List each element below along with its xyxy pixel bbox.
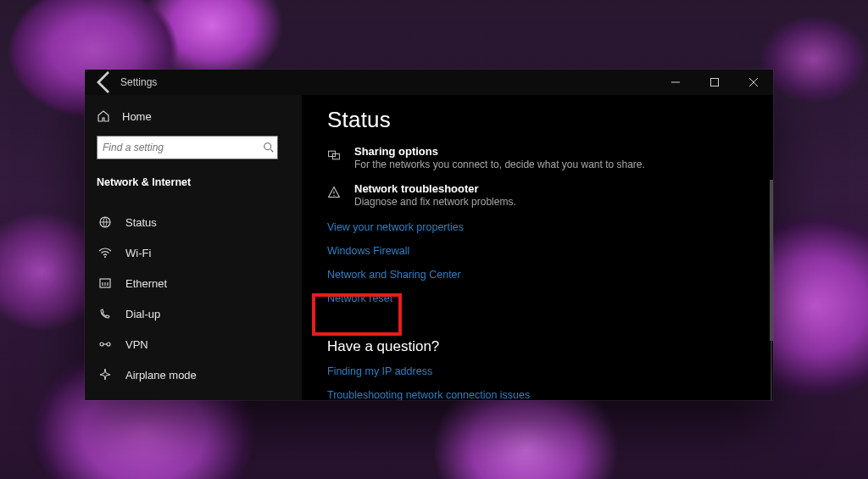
link-troubleshoot-connection[interactable]: Troubleshooting network connection issue… xyxy=(327,389,756,400)
dialup-icon xyxy=(98,307,112,320)
sidebar-item-dialup[interactable]: Dial-up xyxy=(97,298,290,329)
sidebar-item-label: VPN xyxy=(125,338,148,351)
sidebar-item-label: Airplane mode xyxy=(125,369,197,382)
sidebar-nav: Status Wi-Fi Ethernet xyxy=(97,207,290,390)
back-button[interactable] xyxy=(92,70,119,95)
svg-point-1 xyxy=(264,143,271,150)
troubleshooter-icon xyxy=(327,184,341,201)
sidebar-item-label: Status xyxy=(125,216,157,229)
option-title: Network troubleshooter xyxy=(354,182,516,195)
search-icon xyxy=(263,142,275,153)
svg-point-6 xyxy=(107,343,110,346)
search-input[interactable] xyxy=(97,136,278,159)
close-button[interactable] xyxy=(734,70,773,95)
search-box[interactable] xyxy=(97,136,290,159)
titlebar: Settings xyxy=(85,70,773,95)
content-pane: Status Sharing options For the networks … xyxy=(302,95,773,400)
question-section: Have a question? Finding my IP address T… xyxy=(327,338,756,400)
svg-point-5 xyxy=(100,343,103,346)
sidebar-item-wifi[interactable]: Wi-Fi xyxy=(97,237,290,268)
sidebar-item-label: Ethernet xyxy=(125,277,167,290)
links-section: View your network properties Windows Fir… xyxy=(327,221,756,304)
minimize-button[interactable] xyxy=(656,70,695,95)
troubleshooter-row[interactable]: Network troubleshooter Diagnose and fix … xyxy=(327,182,756,208)
airplane-icon xyxy=(98,368,112,382)
settings-window: Settings Home Network xyxy=(85,70,773,400)
home-label: Home xyxy=(122,110,152,123)
sidebar-item-label: Wi-Fi xyxy=(125,247,151,259)
scrollbar-thumb[interactable] xyxy=(770,180,773,341)
link-network-reset[interactable]: Network reset xyxy=(327,292,756,304)
svg-point-3 xyxy=(104,256,106,258)
option-desc: For the networks you connect to, decide … xyxy=(354,159,645,170)
home-nav[interactable]: Home xyxy=(97,103,290,129)
sharing-options-row[interactable]: Sharing options For the networks you con… xyxy=(327,145,756,170)
sidebar-section-title: Network & Internet xyxy=(97,176,290,188)
link-network-sharing-center[interactable]: Network and Sharing Center xyxy=(327,269,756,281)
svg-point-9 xyxy=(333,195,334,196)
window-title: Settings xyxy=(120,76,157,88)
status-icon xyxy=(98,215,112,229)
sidebar-item-airplane[interactable]: Airplane mode xyxy=(97,359,290,390)
sidebar-item-label: Dial-up xyxy=(125,308,160,320)
wifi-icon xyxy=(98,246,112,259)
link-windows-firewall[interactable]: Windows Firewall xyxy=(327,245,756,257)
sharing-icon xyxy=(327,147,341,164)
sidebar-item-status[interactable]: Status xyxy=(97,207,290,237)
link-view-properties[interactable]: View your network properties xyxy=(327,221,756,233)
sidebar: Home Network & Internet Status xyxy=(85,95,302,400)
ethernet-icon xyxy=(98,276,112,290)
sidebar-item-ethernet[interactable]: Ethernet xyxy=(97,268,290,298)
page-heading: Status xyxy=(327,107,756,133)
question-heading: Have a question? xyxy=(327,338,756,355)
maximize-button[interactable] xyxy=(695,70,734,95)
option-title: Sharing options xyxy=(354,145,645,158)
vpn-icon xyxy=(98,337,112,351)
home-icon xyxy=(97,109,110,123)
sidebar-item-vpn[interactable]: VPN xyxy=(97,329,290,359)
option-desc: Diagnose and fix network problems. xyxy=(354,196,516,208)
svg-rect-0 xyxy=(711,79,719,86)
link-find-ip[interactable]: Finding my IP address xyxy=(327,365,756,377)
